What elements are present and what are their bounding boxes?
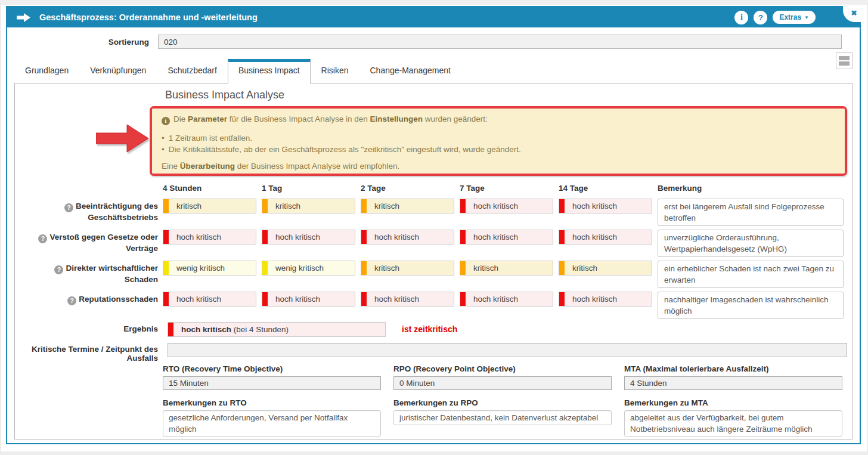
help-button[interactable]: ? — [754, 11, 767, 24]
remark-field[interactable]: nachhaltiger Imageschaden ist wahrschein… — [658, 292, 844, 319]
bia-cell[interactable]: wenig kritisch — [262, 261, 355, 276]
bia-cell[interactable]: kritisch — [460, 261, 553, 276]
help-circle-icon[interactable]: ? — [54, 265, 63, 274]
tab-schutzbedarf[interactable]: Schutzbedarf — [157, 59, 228, 83]
tab-risiken[interactable]: Risiken — [311, 59, 359, 83]
bia-table: 4 Stunden 1 Tag 2 Tage 7 Tage 14 Tage Be… — [20, 178, 846, 323]
extras-button[interactable]: Extras ▼ — [773, 11, 816, 24]
notice-info-icon: i — [162, 117, 170, 125]
tab-change-management[interactable]: Change-Management — [359, 59, 461, 83]
bia-cell[interactable]: wenig kritisch — [163, 261, 256, 276]
mta-remark-field[interactable]: abgeleitet aus der Verfügbarkeit, bei gu… — [624, 410, 842, 437]
tab-grundlagen[interactable]: Grundlagen — [14, 59, 79, 83]
ergebnis-row: Ergebnis hoch kritisch (bei 4 Stunden) i… — [20, 322, 457, 337]
sortierung-label: Sortierung — [7, 38, 149, 47]
bia-cell[interactable]: hoch kritisch — [460, 230, 553, 244]
bia-cell[interactable]: kritisch — [361, 261, 454, 276]
mta-label: MTA (Maximal tolerierbare Ausfallzeit) — [624, 364, 842, 373]
column-header-1-tag: 1 Tag — [262, 178, 361, 199]
sortierung-row: Sortierung — [7, 35, 860, 49]
tab-verknuepfungen[interactable]: Verknüpfungen — [79, 59, 157, 83]
help-circle-icon[interactable]: ? — [64, 203, 73, 212]
rto-column: RTO (Recovery Time Objective) Bemerkunge… — [163, 364, 381, 437]
bia-cell[interactable]: kritisch — [559, 261, 652, 276]
remark-field[interactable]: ein erheblicher Schaden ist nach zwei Ta… — [658, 261, 844, 288]
annotation-arrow-icon — [96, 123, 150, 154]
bia-cell[interactable]: kritisch — [163, 199, 256, 213]
help-circle-icon[interactable]: ? — [38, 234, 47, 243]
column-header-7-tage: 7 Tage — [460, 178, 559, 199]
row-label: ?Direkter wirtschaftlicher Schaden — [20, 261, 163, 292]
page-title: Geschäftsprozess: Orderannahme und -weit… — [39, 13, 258, 22]
row-label: ?Beeinträchtigung des Geschäftsbetriebs — [20, 199, 163, 230]
rto-remark-label: Bemerkungen zu RTO — [163, 398, 381, 407]
bia-cell[interactable]: kritisch — [361, 199, 454, 213]
bia-cell[interactable]: hoch kritisch — [460, 292, 553, 307]
sortierung-input[interactable] — [158, 35, 842, 49]
bia-cell[interactable]: hoch kritisch — [163, 230, 256, 244]
extras-label: Extras — [779, 13, 801, 21]
notice-recommendation: Eine Überarbeitung der Business Impact A… — [162, 162, 835, 171]
recovery-section: RTO (Recovery Time Objective) Bemerkunge… — [163, 364, 842, 437]
bia-cell[interactable]: hoch kritisch — [262, 292, 355, 307]
arrow-right-icon — [17, 13, 30, 22]
section-title: Business Impact Analyse — [165, 89, 284, 101]
mta-remark-label: Bemerkungen zu MTA — [624, 398, 842, 407]
column-header-14-tage: 14 Tage — [559, 178, 658, 199]
tab-business-impact[interactable]: Business Impact — [228, 59, 311, 83]
help-icon: ? — [758, 13, 763, 22]
bia-cell[interactable]: hoch kritisch — [559, 230, 652, 244]
bia-cell[interactable]: hoch kritisch — [460, 199, 553, 213]
help-circle-icon[interactable]: ? — [67, 296, 76, 305]
bia-cell[interactable]: hoch kritisch — [361, 230, 454, 244]
rpo-column: RPO (Recovery Point Objective) Bemerkung… — [393, 364, 612, 437]
dialog-window: Geschäftsprozess: Orderannahme und -weit… — [6, 6, 861, 444]
bia-cell[interactable]: hoch kritisch — [262, 230, 355, 244]
rpo-label: RPO (Recovery Point Objective) — [393, 364, 612, 373]
mta-input[interactable] — [624, 376, 842, 390]
info-icon: i — [740, 13, 743, 22]
dialog-titlebar: Geschäftsprozess: Orderannahme und -weit… — [7, 7, 860, 27]
bia-cell[interactable]: hoch kritisch — [559, 292, 652, 307]
column-header-bemerkung: Bemerkung — [658, 178, 846, 199]
zeitkritisch-flag: ist zeitkritisch — [402, 322, 457, 337]
close-icon: ✖ — [851, 9, 857, 17]
ergebnis-label: Ergebnis — [20, 322, 163, 337]
remark-field[interactable]: erst bei längerem Ausfall sind Folgeproz… — [658, 199, 844, 226]
column-header-2-tage: 2 Tage — [361, 178, 460, 199]
mta-column: MTA (Maximal tolerierbare Ausfallzeit) B… — [624, 364, 842, 437]
kritische-termine-row: Kritische Termine / Zeitpunkt des Ausfal… — [20, 343, 847, 363]
notice-intro: iDie Parameter für die Business Impact A… — [162, 114, 835, 125]
row-label: ?Reputationsschaden — [20, 292, 163, 323]
rpo-remark-field[interactable]: juristischer Datenbestand, kein Datenver… — [393, 410, 612, 425]
kritische-termine-input[interactable] — [168, 343, 847, 357]
info-button[interactable]: i — [734, 11, 748, 24]
page-background: Geschäftsprozess: Orderannahme und -weit… — [0, 0, 868, 455]
tab-bar: Grundlagen Verknüpfungen Schutzbedarf Bu… — [14, 59, 852, 83]
annotation-highlight: iDie Parameter für die Business Impact A… — [150, 106, 847, 176]
column-header-4-stunden: 4 Stunden — [163, 178, 262, 199]
bia-cell[interactable]: kritisch — [262, 199, 355, 213]
notice-bullet: Die Kritikalitätsstufe, ab der ein Gesch… — [162, 144, 835, 155]
spacer — [20, 178, 163, 199]
kritische-termine-label: Kritische Termine / Zeitpunkt des Ausfal… — [20, 343, 163, 363]
notice-bullet: 1 Zeitraum ist entfallen. — [162, 132, 835, 144]
remark-field[interactable]: unverzügliche Orderausführung, Wertpapie… — [658, 230, 844, 257]
rto-input[interactable] — [163, 376, 381, 390]
ergebnis-value: hoch kritisch (bei 4 Stunden) — [168, 322, 386, 337]
notice-bullet-list: 1 Zeitraum ist entfallen. Die Kritikalit… — [162, 132, 835, 155]
rto-label: RTO (Recovery Time Objective) — [163, 364, 381, 373]
rto-remark-field[interactable]: gesetzliche Anforderungen, Versand per N… — [163, 410, 381, 437]
bia-cell[interactable]: hoch kritisch — [559, 199, 652, 213]
bia-cell[interactable]: hoch kritisch — [361, 292, 454, 307]
bia-cell[interactable]: hoch kritisch — [163, 292, 256, 307]
chevron-down-icon: ▼ — [804, 15, 809, 20]
notice-box: iDie Parameter für die Business Impact A… — [152, 109, 845, 174]
rpo-input[interactable] — [393, 376, 612, 390]
row-label: ?Verstoß gegen Gesetze oder Verträge — [20, 230, 163, 261]
tab-panel: Business Impact Analyse iDie Parameter f… — [14, 83, 852, 439]
titlebar-actions: i ? Extras ▼ — [734, 11, 816, 24]
rpo-remark-label: Bemerkungen zu RPO — [393, 398, 612, 407]
